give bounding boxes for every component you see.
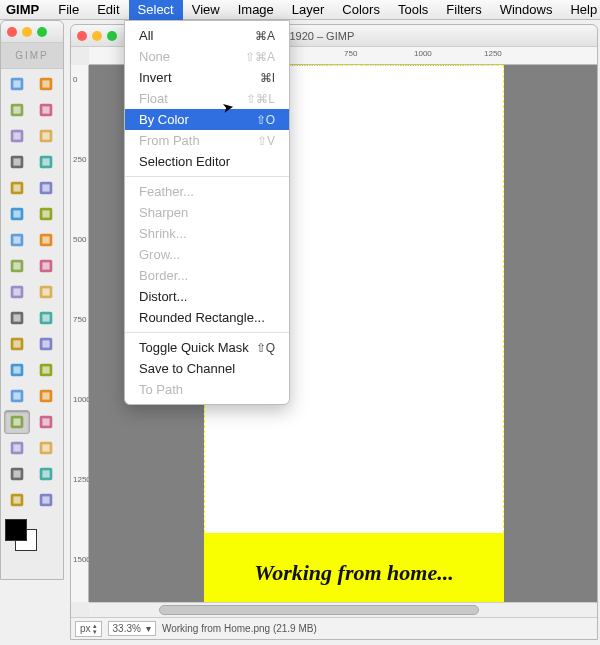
menu-filters[interactable]: Filters [437, 0, 490, 20]
svg-rect-19 [42, 184, 49, 191]
tool-ink[interactable] [33, 410, 59, 434]
menu-select[interactable]: Select [129, 0, 183, 20]
tools-grid [1, 69, 63, 515]
tool-color-picker[interactable] [33, 150, 59, 174]
tool-blend[interactable] [4, 358, 30, 382]
menu-item-shortcut: ⇧⌘L [246, 92, 275, 106]
unit-selector[interactable]: px▴▾ [75, 621, 102, 637]
tool-zoom[interactable] [4, 176, 30, 200]
tool-shear[interactable] [33, 254, 59, 278]
scrollbar-horizontal[interactable] [89, 602, 597, 617]
tool-mypaint[interactable] [33, 488, 59, 512]
zoom-display[interactable]: 33.3%▾ [108, 621, 156, 636]
tool-warp[interactable] [33, 306, 59, 330]
ruler-tick: 750 [344, 49, 357, 58]
svg-rect-43 [42, 340, 49, 347]
tool-paths[interactable] [4, 150, 30, 174]
menu-windows[interactable]: Windows [491, 0, 562, 20]
close-icon[interactable] [7, 27, 17, 37]
tool-heal[interactable] [33, 436, 59, 460]
menu-colors[interactable]: Colors [333, 0, 389, 20]
menu-item-toggle-quick-mask[interactable]: Toggle Quick Mask⇧Q [125, 337, 289, 358]
svg-rect-67 [42, 496, 49, 503]
tool-measure[interactable] [33, 176, 59, 200]
menu-item-rounded-rectangle[interactable]: Rounded Rectangle... [125, 307, 289, 328]
tool-cage[interactable] [4, 306, 30, 330]
menu-item-selection-editor[interactable]: Selection Editor [125, 151, 289, 172]
menu-edit[interactable]: Edit [88, 0, 128, 20]
svg-rect-15 [42, 158, 49, 165]
tool-ellipse-select[interactable] [33, 72, 59, 96]
tool-scissors[interactable] [4, 124, 30, 148]
color-swatches[interactable] [1, 515, 63, 557]
svg-rect-1 [13, 80, 20, 87]
tool-free-select[interactable] [4, 98, 30, 122]
menu-item-grow: Grow... [125, 244, 289, 265]
tool-flip[interactable] [33, 280, 59, 304]
menu-item-shrink: Shrink... [125, 223, 289, 244]
tool-airbrush[interactable] [4, 410, 30, 434]
menu-item-shortcut: ⇧Q [256, 341, 275, 355]
minimize-icon[interactable] [92, 31, 102, 41]
close-icon[interactable] [77, 31, 87, 41]
svg-rect-51 [42, 392, 49, 399]
svg-rect-41 [13, 340, 20, 347]
svg-rect-7 [42, 106, 49, 113]
menu-item-distort[interactable]: Distort... [125, 286, 289, 307]
tool-bucket-fill[interactable] [33, 332, 59, 356]
menu-item-feather: Feather... [125, 181, 289, 202]
menu-image[interactable]: Image [229, 0, 283, 20]
menu-item-sharpen: Sharpen [125, 202, 289, 223]
tool-text[interactable] [4, 332, 30, 356]
tool-move[interactable] [4, 202, 30, 226]
select-menu-dropdown: All⌘ANone⇧⌘AInvert⌘IFloat⇧⌘LBy Color⇧OFr… [124, 20, 290, 405]
svg-rect-57 [13, 444, 20, 451]
menu-item-label: Save to Channel [139, 361, 235, 376]
menu-help[interactable]: Help [561, 0, 600, 20]
svg-rect-55 [42, 418, 49, 425]
fg-color-swatch[interactable] [5, 519, 27, 541]
gimp-logo-icon: GIMP [1, 43, 63, 69]
tool-fuzzy-select[interactable] [33, 98, 59, 122]
zoom-icon[interactable] [37, 27, 47, 37]
tool-foreground-select[interactable] [33, 124, 59, 148]
canvas-yellow-band: Working from home... [204, 533, 504, 602]
tool-perspective[interactable] [4, 280, 30, 304]
menu-item-float: Float⇧⌘L [125, 88, 289, 109]
svg-rect-27 [42, 236, 49, 243]
tool-smudge[interactable] [33, 462, 59, 486]
menu-item-all[interactable]: All⌘A [125, 25, 289, 46]
tool-scale[interactable] [4, 254, 30, 278]
zoom-icon[interactable] [107, 31, 117, 41]
menu-file[interactable]: File [49, 0, 88, 20]
app-name: GIMP [6, 2, 39, 17]
menu-item-save-to-channel[interactable]: Save to Channel [125, 358, 289, 379]
tool-align[interactable] [33, 202, 59, 226]
minimize-icon[interactable] [22, 27, 32, 37]
tool-clone[interactable] [4, 436, 30, 460]
menu-item-by-color[interactable]: By Color⇧O [125, 109, 289, 130]
tool-eraser[interactable] [33, 384, 59, 408]
menu-layer[interactable]: Layer [283, 0, 334, 20]
menu-item-label: Rounded Rectangle... [139, 310, 265, 325]
menu-item-shortcut: ⇧⌘A [245, 50, 275, 64]
menu-separator [125, 332, 289, 333]
menu-item-label: None [139, 49, 170, 64]
scrollbar-thumb[interactable] [159, 605, 479, 615]
toolbox-window: GIMP [0, 20, 64, 580]
tool-paintbrush[interactable] [4, 384, 30, 408]
tool-pencil[interactable] [33, 358, 59, 382]
tool-rect-select[interactable] [4, 72, 30, 96]
ruler-tick: 750 [73, 315, 86, 324]
svg-rect-13 [13, 158, 20, 165]
menu-item-label: All [139, 28, 153, 43]
menu-item-invert[interactable]: Invert⌘I [125, 67, 289, 88]
tool-crop[interactable] [4, 228, 30, 252]
tool-blur[interactable] [4, 462, 30, 486]
svg-rect-23 [42, 210, 49, 217]
tool-dodge[interactable] [4, 488, 30, 512]
tool-rotate[interactable] [33, 228, 59, 252]
menu-tools[interactable]: Tools [389, 0, 437, 20]
menu-view[interactable]: View [183, 0, 229, 20]
menu-item-label: Grow... [139, 247, 180, 262]
